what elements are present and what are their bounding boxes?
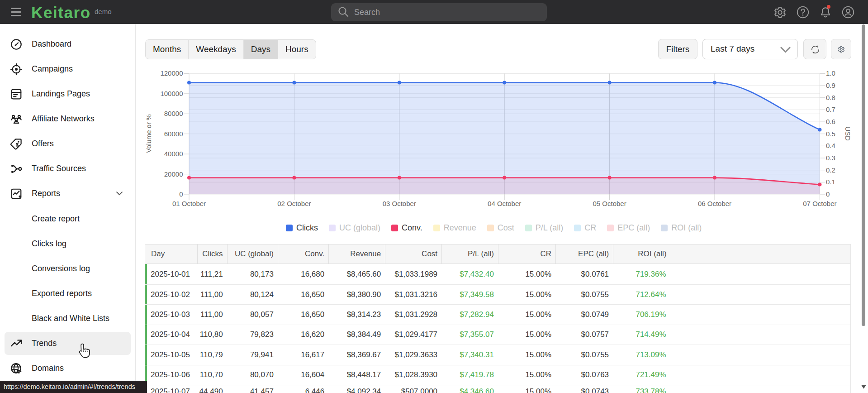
svg-text:Volume or %: Volume or % <box>145 114 152 153</box>
svg-text:0: 0 <box>826 190 830 198</box>
svg-text:120000: 120000 <box>160 69 183 77</box>
svg-text:1.0: 1.0 <box>826 69 835 77</box>
svg-text:0.6: 0.6 <box>826 118 835 125</box>
svg-text:USD: USD <box>844 126 852 141</box>
svg-text:100000: 100000 <box>160 90 183 97</box>
svg-text:20000: 20000 <box>164 170 183 178</box>
svg-text:0: 0 <box>179 190 183 198</box>
svg-text:04 October: 04 October <box>488 200 521 207</box>
svg-text:01 October: 01 October <box>172 200 206 207</box>
svg-text:40000: 40000 <box>164 150 183 158</box>
svg-text:0.7: 0.7 <box>826 105 835 113</box>
svg-text:05 October: 05 October <box>593 200 626 207</box>
svg-text:80000: 80000 <box>164 110 183 117</box>
svg-text:0.1: 0.1 <box>826 178 835 186</box>
svg-text:60000: 60000 <box>164 130 183 138</box>
svg-text:02 October: 02 October <box>277 200 311 207</box>
svg-text:0.4: 0.4 <box>826 142 835 149</box>
svg-text:0.2: 0.2 <box>826 166 835 174</box>
svg-text:0.5: 0.5 <box>826 130 835 138</box>
svg-text:06 October: 06 October <box>698 200 731 207</box>
svg-text:0.9: 0.9 <box>826 81 835 89</box>
svg-text:03 October: 03 October <box>383 200 416 207</box>
svg-text:07 October: 07 October <box>803 200 836 207</box>
svg-text:0.8: 0.8 <box>826 94 835 101</box>
svg-text:0.3: 0.3 <box>826 154 835 162</box>
